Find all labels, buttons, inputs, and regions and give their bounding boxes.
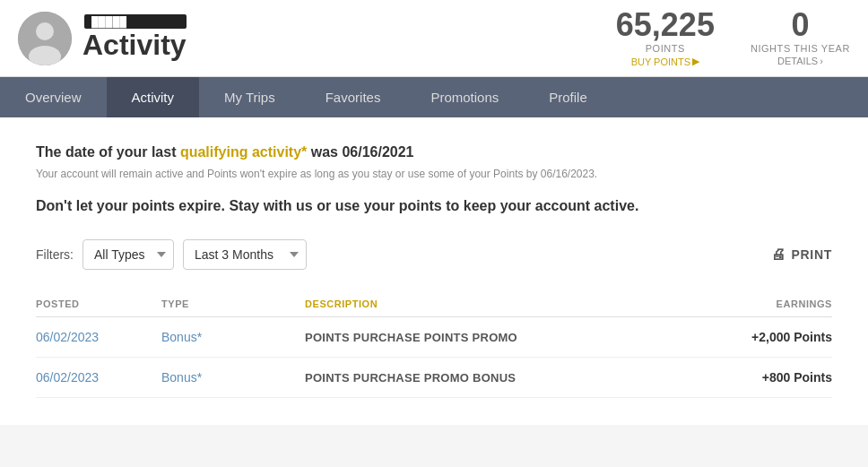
nav-item-activity[interactable]: Activity	[107, 77, 200, 117]
nights-value: 0	[751, 9, 850, 41]
avatar	[18, 12, 72, 65]
nights-label: NIGHTS THIS YEAR	[751, 43, 850, 54]
details-link[interactable]: DETAILS ›	[751, 56, 850, 66]
qualifying-prefix: The date of your last	[36, 144, 180, 160]
col-header-earnings: EARNINGS	[689, 298, 832, 309]
header: █████ Activity 65,225 POINTS BUY POINTS …	[0, 0, 868, 77]
nav-item-profile[interactable]: Profile	[524, 77, 612, 117]
header-stats: 65,225 POINTS BUY POINTS ▶ 0 NIGHTS THIS…	[616, 9, 850, 67]
details-text: DETAILS	[777, 56, 818, 66]
filters-label: Filters:	[36, 247, 74, 262]
print-icon: 🖨	[771, 246, 786, 263]
buy-points-link[interactable]: BUY POINTS ▶	[616, 56, 715, 67]
row1-earnings: +2,000 Points	[689, 330, 832, 344]
nav-item-promotions[interactable]: Promotions	[405, 77, 524, 117]
account-subtext: Your account will remain active and Poin…	[36, 168, 832, 180]
row2-type: Bonus*	[161, 370, 305, 385]
user-name-badge: █████	[84, 14, 187, 29]
qualifying-suffix: was 06/16/2021	[307, 144, 413, 160]
header-left: █████ Activity	[18, 12, 187, 65]
print-button[interactable]: 🖨 PRINT	[771, 246, 832, 263]
qualifying-link[interactable]: qualifying activity*	[180, 144, 307, 160]
col-header-type: TYPE	[161, 298, 305, 309]
dont-let-text: Don't let your points expire. Stay with …	[36, 198, 832, 214]
nav-item-favorites[interactable]: Favorites	[300, 77, 406, 117]
col-header-description: DESCRIPTION	[305, 298, 689, 309]
table-row: 06/02/2023 Bonus* POINTS PURCHASE POINTS…	[36, 317, 832, 358]
row2-description: POINTS PURCHASE PROMO BONUS	[305, 371, 689, 385]
main-content: The date of your last qualifying activit…	[0, 117, 868, 425]
nav-item-my-trips[interactable]: My Trips	[199, 77, 300, 117]
nav-item-overview[interactable]: Overview	[0, 77, 107, 117]
row1-description: POINTS PURCHASE POINTS PROMO	[305, 331, 689, 344]
points-label: POINTS	[616, 43, 715, 54]
col-header-posted: POSTED	[36, 298, 161, 309]
filters-bar: Filters: All Types Bonus Stay Purchase L…	[36, 239, 832, 270]
points-stat: 65,225 POINTS BUY POINTS ▶	[616, 9, 715, 67]
buy-points-icon: ▶	[692, 56, 699, 67]
page-title: Activity	[82, 29, 187, 62]
table-row: 06/02/2023 Bonus* POINTS PURCHASE PROMO …	[36, 358, 832, 398]
details-icon: ›	[820, 56, 823, 66]
type-filter-select[interactable]: All Types Bonus Stay Purchase	[82, 239, 174, 270]
nights-stat: 0 NIGHTS THIS YEAR DETAILS ›	[751, 9, 850, 66]
row1-type: Bonus*	[161, 330, 305, 344]
table-header: POSTED TYPE DESCRIPTION EARNINGS	[36, 291, 832, 317]
svg-point-1	[36, 22, 54, 40]
points-value: 65,225	[616, 9, 715, 41]
row2-posted: 06/02/2023	[36, 370, 161, 385]
qualifying-activity-text: The date of your last qualifying activit…	[36, 144, 832, 160]
buy-points-text: BUY POINTS	[631, 56, 690, 67]
print-label: PRINT	[792, 247, 833, 262]
main-nav: Overview Activity My Trips Favorites Pro…	[0, 77, 868, 117]
row2-earnings: +800 Points	[689, 370, 832, 385]
date-filter-select[interactable]: Last 3 Months Last 6 Months Last 12 Mont…	[183, 239, 307, 270]
row1-posted: 06/02/2023	[36, 330, 161, 344]
